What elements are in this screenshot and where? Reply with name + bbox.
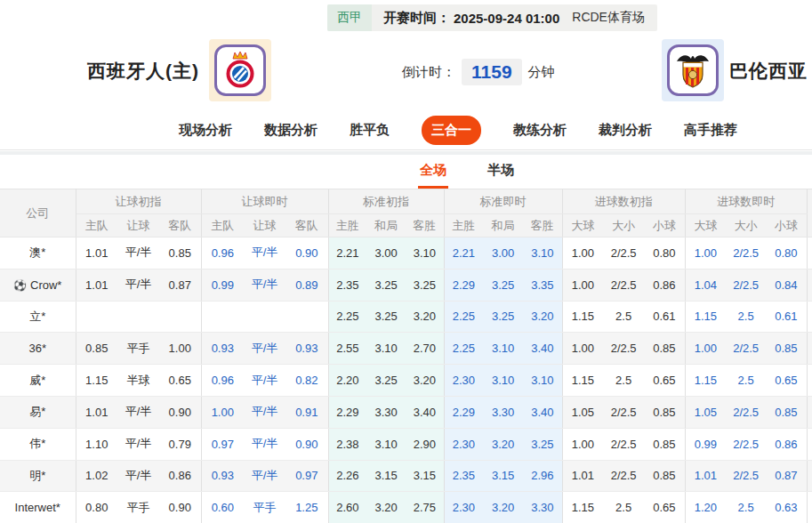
league-badge[interactable]: 西甲 xyxy=(327,4,372,31)
soccer-ball-icon: ⚽ xyxy=(13,279,27,292)
nav-tab-2[interactable]: 胜平负 xyxy=(350,122,390,139)
odds-cell: 2.30 xyxy=(444,428,483,460)
odds-cell: 0.99 xyxy=(685,428,726,460)
main-nav: 现场分析数据分析胜平负三合一教练分析裁判分析高手推荐 xyxy=(0,111,812,150)
company-cell[interactable]: 明* xyxy=(0,460,76,492)
odds-cell: 1.00 xyxy=(159,333,201,365)
home-team-logo xyxy=(209,39,271,101)
odds-cell: 平/半 xyxy=(117,460,159,492)
odds-cell: 0.90 xyxy=(159,396,201,428)
nav-tab-1[interactable]: 数据分析 xyxy=(264,122,318,139)
group-header: 标准初指 xyxy=(328,189,444,214)
company-column-header: 公司 xyxy=(0,189,76,237)
odds-cell xyxy=(117,301,159,333)
odds-cell: 3.15 xyxy=(483,460,523,492)
odds-cell: 3.20 xyxy=(406,365,444,397)
odds-cell: 0.61 xyxy=(644,301,685,333)
odds-cell: 2.90 xyxy=(406,428,444,460)
odds-cell xyxy=(285,301,328,333)
odds-cell: 0.61 xyxy=(766,301,807,333)
odds-cell: 1.15 xyxy=(562,301,603,333)
group-header: 让球初指 xyxy=(76,189,201,214)
nav-tab-0[interactable]: 现场分析 xyxy=(179,122,232,139)
sub-header: 和局 xyxy=(483,214,523,237)
odds-cell: 2/2.5 xyxy=(603,333,644,365)
subtab-full-match[interactable]: 全场 xyxy=(418,155,448,189)
sub-header: 让球 xyxy=(244,214,285,237)
odds-cell: 平/半 xyxy=(244,269,285,301)
sub-header: 大球 xyxy=(562,214,603,237)
odds-cell: 1.00 xyxy=(562,237,603,270)
odds-cell: 1.20 xyxy=(685,492,726,523)
odds-cell: 0.79 xyxy=(159,428,201,460)
sub-header: 客队 xyxy=(159,214,201,237)
group-header: 进球数即时 xyxy=(685,189,807,214)
odds-cell: 2.26 xyxy=(328,460,366,492)
odds-cell: 0.82 xyxy=(285,365,328,397)
nav-tab-3[interactable]: 三合一 xyxy=(422,116,481,145)
odds-cell: 2/2.5 xyxy=(603,396,644,428)
odds-cell: 3.20 xyxy=(406,301,444,333)
company-cell[interactable]: 澳* xyxy=(0,237,76,270)
countdown-value: 1159 xyxy=(462,59,522,85)
odds-cell: 2/2.5 xyxy=(726,460,766,492)
odds-cell: 0.93 xyxy=(201,460,244,492)
odds-cell: 半球 xyxy=(117,365,159,397)
odds-cell: 2.5 xyxy=(726,492,766,523)
company-cell[interactable]: Interwet* xyxy=(0,492,76,523)
odds-cell: 0.97 xyxy=(201,428,244,460)
odds-cell: 3.25 xyxy=(366,269,406,301)
odds-cell: 平手 xyxy=(117,492,159,523)
odds-cell: 2/2.5 xyxy=(726,396,766,428)
odds-cell: 2.55 xyxy=(328,333,366,365)
odds-cell: 1.00 xyxy=(201,396,244,428)
odds-cell xyxy=(201,301,244,333)
company-cell[interactable]: ⚽Crow* xyxy=(0,269,76,301)
nav-tab-4[interactable]: 教练分析 xyxy=(513,122,567,139)
odds-cell: 3.25 xyxy=(366,301,406,333)
subtab-half-match[interactable]: 半场 xyxy=(486,155,516,189)
odds-cell: 0.90 xyxy=(285,237,328,270)
odds-cell: 2/2.5 xyxy=(603,237,644,270)
company-cell[interactable]: 伟* xyxy=(0,428,76,460)
odds-cell: 0.90 xyxy=(285,428,328,460)
odds-cell: 2.5 xyxy=(603,301,644,333)
nav-tab-5[interactable]: 裁判分析 xyxy=(599,122,652,139)
odds-cell: 1.01 xyxy=(562,460,603,492)
odds-cell: 3.10 xyxy=(483,333,523,365)
company-cell[interactable]: 36* xyxy=(0,333,76,365)
company-cell[interactable]: 易* xyxy=(0,396,76,428)
odds-cell: 2.38 xyxy=(328,428,366,460)
odds-cell: 3.10 xyxy=(406,237,444,270)
odds-cell: 0.97 xyxy=(285,460,328,492)
odds-cell: 2/2.5 xyxy=(726,269,766,301)
odds-cell: 0.96 xyxy=(201,237,244,270)
company-cell[interactable]: 立* xyxy=(0,301,76,333)
odds-cell: 2.29 xyxy=(328,396,366,428)
odds-cell: 1.01 xyxy=(76,269,117,301)
odds-cell: 0.87 xyxy=(159,269,201,301)
sub-header: 客胜 xyxy=(523,214,562,237)
odds-table: 公司让球初指让球即时标准初指标准即时进球数初指进球数即时 主队让球客队主队让球客… xyxy=(0,189,812,523)
odds-cell: 0.63 xyxy=(766,492,807,523)
odds-cell: 平/半 xyxy=(244,428,285,460)
odds-cell: 3.20 xyxy=(483,428,523,460)
sub-header: 主队 xyxy=(201,214,244,237)
table-row: 立*2.253.253.202.253.253.201.152.50.611.1… xyxy=(0,301,812,333)
company-cell[interactable]: 威* xyxy=(0,365,76,397)
nav-tab-6[interactable]: 高手推荐 xyxy=(684,122,737,139)
table-row: 36*0.85平手1.000.93平/半0.932.553.102.702.25… xyxy=(0,333,812,365)
odds-cell: 平/半 xyxy=(244,460,285,492)
odds-cell: 3.20 xyxy=(366,492,406,523)
odds-cell: 2.5 xyxy=(603,492,644,523)
countdown: 倒计时： 1159 分钟 xyxy=(402,59,555,85)
table-row: 明*1.02平/半0.860.93平/半0.972.263.153.152.35… xyxy=(0,460,812,492)
odds-cell: 1.05 xyxy=(562,396,603,428)
odds-cell: 2.29 xyxy=(444,269,483,301)
sub-header: 大球 xyxy=(685,214,726,237)
odds-cell: 1.00 xyxy=(562,333,603,365)
odds-cell: 1.00 xyxy=(562,428,603,460)
match-odds-page: 西甲 开赛时间： 2025-09-24 01:00 RCDE体育场 西班牙人(主… xyxy=(0,0,812,523)
odds-cell: 3.40 xyxy=(523,396,562,428)
away-team-name: 巴伦西亚 xyxy=(729,59,808,84)
